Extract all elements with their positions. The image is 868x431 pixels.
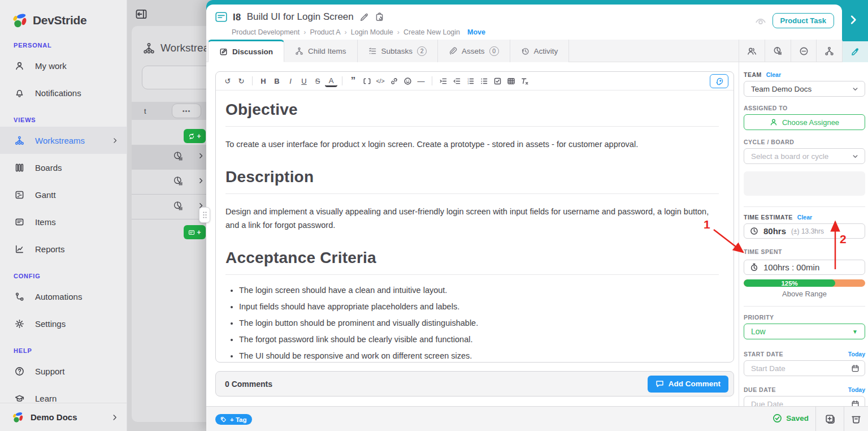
edit-title-icon[interactable] <box>359 12 369 22</box>
tab-child-items[interactable]: Child Items <box>284 40 358 62</box>
due-date-today-link[interactable]: Today <box>848 386 865 393</box>
heading-icon[interactable]: H <box>257 74 270 88</box>
tab-assets[interactable]: Assets0 <box>438 40 510 62</box>
sidebar-item-my-work[interactable]: My work <box>0 52 127 79</box>
duplicate-item-button[interactable] <box>815 407 844 431</box>
choose-assignee-button[interactable]: Choose Assignee <box>744 114 865 130</box>
time-spent-field[interactable]: 100hrs : 00min <box>744 260 865 275</box>
code-icon[interactable]: </> <box>374 74 387 88</box>
blockquote-icon[interactable]: ” <box>347 74 359 88</box>
workspace-switcher[interactable]: Demo Docs <box>0 403 127 431</box>
devstride-logo-icon <box>12 13 28 28</box>
sidebar-item-notifications[interactable]: Notifications <box>0 79 127 106</box>
checklist-icon[interactable] <box>491 74 504 88</box>
estimate-value: 80hrs <box>763 226 786 236</box>
sidebar-item-label: Automations <box>35 292 119 301</box>
watch-icon[interactable] <box>755 16 766 27</box>
more-options-button[interactable]: ••• <box>172 104 201 118</box>
cycle-board-select[interactable]: Select a board or cycle <box>744 148 865 164</box>
side-tab-hierarchy[interactable] <box>816 40 842 62</box>
estimate-variance: (±) 13.3hrs <box>791 227 824 235</box>
tab-activity[interactable]: Activity <box>510 40 570 62</box>
workspace-name: Demo Docs <box>31 412 111 422</box>
members-icon <box>747 46 757 56</box>
text-color-icon[interactable]: A <box>325 77 337 87</box>
side-tab-details[interactable] <box>842 40 868 62</box>
list-item: The login screen should have a clean and… <box>239 286 719 295</box>
embed-icon[interactable] <box>361 74 373 88</box>
team-select[interactable]: Team Demo Docs <box>744 81 865 97</box>
strikethrough-icon[interactable]: S <box>311 74 324 88</box>
chevron-right-icon[interactable] <box>197 177 205 184</box>
gantt-icon <box>15 189 25 200</box>
sidebar-item-reports[interactable]: Reports <box>0 235 127 262</box>
clear-formatting-icon[interactable] <box>518 74 531 88</box>
list-item: Input fields should have appropriate pla… <box>239 302 719 311</box>
archive-item-button[interactable] <box>844 407 868 431</box>
indent-icon[interactable] <box>437 74 449 88</box>
doc-heading-objective: Objective <box>225 101 719 127</box>
sidebar-item-gantt[interactable]: Gantt <box>0 181 127 208</box>
bullet-list-icon[interactable] <box>478 74 490 88</box>
breadcrumb-segment[interactable]: Product A <box>310 28 340 36</box>
expand-panel-button[interactable] <box>844 10 863 29</box>
link-icon[interactable] <box>388 74 400 88</box>
section-label: VIEWS <box>0 106 127 127</box>
underline-icon[interactable]: U <box>298 74 310 88</box>
side-tab-blocked[interactable] <box>791 40 817 62</box>
priority-select[interactable]: Low ▼ <box>744 324 865 339</box>
tab-discussion[interactable]: Discussion <box>208 40 284 62</box>
calendar-icon[interactable] <box>851 364 860 373</box>
add-cycle-button[interactable]: + <box>184 129 206 143</box>
stopwatch-icon <box>750 263 758 271</box>
sidebar-item-workstreams[interactable]: Workstreams <box>0 127 127 154</box>
document-content[interactable]: Objective To create a user interface for… <box>216 90 734 363</box>
breadcrumb-segment[interactable]: Login Module <box>351 28 393 36</box>
ordered-list-icon[interactable]: 123 <box>464 74 476 88</box>
time-estimate-field[interactable]: 80hrs (±) 13.3hrs <box>744 223 865 239</box>
settings-icon <box>15 318 25 329</box>
add-tag-button[interactable]: + Tag <box>215 414 252 425</box>
breadcrumb-segment[interactable]: Product Development <box>232 28 300 36</box>
sidebar-item-settings[interactable]: Settings <box>0 310 127 337</box>
task-title: Build UI for Login Screen <box>247 11 354 23</box>
sidebar-item-automations[interactable]: Automations <box>0 283 127 310</box>
add-item-button[interactable]: + <box>184 225 206 239</box>
emoji-icon[interactable] <box>401 74 414 88</box>
hierarchy-icon <box>824 46 834 56</box>
start-date-input[interactable] <box>745 364 851 373</box>
team-clear-link[interactable]: Clear <box>766 71 781 78</box>
panel-resize-handle[interactable] <box>199 207 210 223</box>
start-date-today-link[interactable]: Today <box>848 351 865 357</box>
undo-icon[interactable]: ↺ <box>222 74 234 88</box>
copy-link-icon[interactable] <box>375 12 384 22</box>
move-link[interactable]: Move <box>467 28 485 36</box>
table-icon[interactable] <box>505 74 517 88</box>
outdent-icon[interactable] <box>450 74 463 88</box>
boards-icon <box>15 162 25 173</box>
workstreams-panel: Workstreams t ••• + <box>127 0 207 431</box>
collapse-panel-icon[interactable] <box>135 8 147 20</box>
brand-logo[interactable]: DevStride <box>0 0 127 32</box>
list-item: The login button should be prominent and… <box>239 318 719 327</box>
tab-subtasks[interactable]: Subtasks2 <box>358 40 439 62</box>
ai-assistant-button[interactable] <box>710 74 728 88</box>
redo-icon[interactable]: ↻ <box>235 74 248 88</box>
tab-strip: DiscussionChild ItemsSubtasks2Assets0Act… <box>206 40 868 62</box>
item-type-badge[interactable]: Product Task <box>772 13 834 28</box>
horizontal-rule-icon[interactable]: — <box>415 74 427 88</box>
estimate-clear-link[interactable]: Clear <box>797 214 812 221</box>
italic-icon[interactable]: I <box>284 74 297 88</box>
side-tab-metrics[interactable] <box>765 40 791 62</box>
details-sidebar: TEAM Clear Team Demo Docs ASSIGNED TO Ch… <box>739 62 868 406</box>
breadcrumb-segment[interactable]: Create New Login <box>403 28 460 36</box>
workstream-hierarchy-icon <box>143 42 155 54</box>
sidebar-item-items[interactable]: Items <box>0 208 127 235</box>
bold-icon[interactable]: B <box>271 74 283 88</box>
add-comment-button[interactable]: Add Comment <box>648 376 728 393</box>
sidebar-item-boards[interactable]: Boards <box>0 154 127 181</box>
sidebar-item-support[interactable]: Support <box>0 357 127 385</box>
progress-status: Above Range <box>744 290 865 298</box>
side-tab-members[interactable] <box>739 40 765 62</box>
chevron-right-icon[interactable] <box>197 152 205 160</box>
